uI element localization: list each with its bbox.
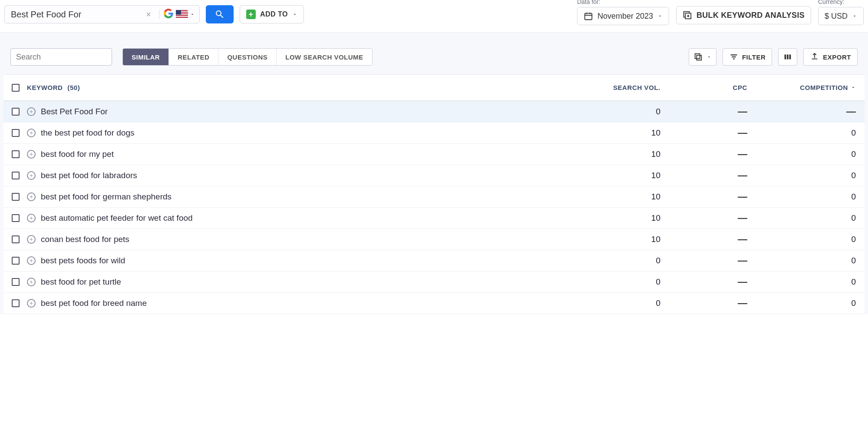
table-header: KEYWORD (50) SEARCH VOL. CPC COMPETITION bbox=[3, 74, 865, 101]
google-icon bbox=[164, 9, 176, 20]
table-row: best food for pet turtle0—0 bbox=[3, 272, 865, 293]
search-vol-cell: 10 bbox=[552, 171, 660, 180]
columns-button[interactable] bbox=[778, 48, 797, 66]
search-vol-cell: 10 bbox=[552, 235, 660, 244]
competition-cell: 0 bbox=[747, 192, 856, 202]
filter-search-wrap bbox=[10, 48, 112, 66]
add-keyword-icon[interactable] bbox=[27, 299, 36, 308]
col-header-competition[interactable]: COMPETITION bbox=[747, 84, 856, 91]
tab-group: SIMILARRELATEDQUESTIONSLOW SEARCH VOLUME bbox=[122, 48, 373, 66]
chevron-down-icon bbox=[852, 13, 857, 19]
date-selector[interactable]: November 2023 bbox=[577, 7, 669, 25]
add-keyword-icon[interactable] bbox=[27, 192, 36, 201]
table-row: best pets foods for wild0—0 bbox=[3, 250, 865, 272]
col-header-searchvol[interactable]: SEARCH VOL. bbox=[552, 84, 660, 91]
svg-rect-9 bbox=[695, 54, 700, 59]
row-checkbox[interactable] bbox=[12, 299, 20, 307]
toolbar: SIMILARRELATEDQUESTIONSLOW SEARCH VOLUME… bbox=[3, 40, 865, 74]
add-keyword-icon[interactable] bbox=[27, 129, 36, 137]
currency-value: $ USD bbox=[825, 12, 848, 21]
row-checkbox[interactable] bbox=[12, 278, 20, 286]
row-checkbox[interactable] bbox=[12, 108, 20, 116]
competition-cell: — bbox=[747, 106, 856, 117]
tab-similar[interactable]: SIMILAR bbox=[123, 49, 169, 65]
search-vol-cell: 0 bbox=[552, 256, 660, 265]
search-vol-cell: 10 bbox=[552, 213, 660, 223]
export-button[interactable]: EXPORT bbox=[803, 48, 858, 66]
cpc-cell: — bbox=[660, 212, 747, 224]
row-checkbox[interactable] bbox=[12, 172, 20, 179]
row-checkbox[interactable] bbox=[12, 214, 20, 222]
table-row: conan best food for pets10—0 bbox=[3, 229, 865, 250]
clear-search-icon[interactable]: × bbox=[146, 10, 151, 20]
keyword-text: conan best food for pets bbox=[41, 235, 129, 244]
filter-button[interactable]: FILTER bbox=[723, 48, 772, 66]
copy-button[interactable] bbox=[689, 48, 716, 66]
filter-label: FILTER bbox=[742, 53, 766, 61]
cpc-cell: — bbox=[660, 127, 747, 139]
data-for-label: Data for: bbox=[577, 0, 669, 5]
bulk-keyword-analysis-button[interactable]: BULK KEYWORD ANALYSIS bbox=[676, 6, 811, 24]
cpc-cell: — bbox=[660, 191, 747, 202]
search-vol-cell: 0 bbox=[552, 298, 660, 308]
row-checkbox[interactable] bbox=[12, 235, 20, 243]
top-right-controls: Data for: November 2023 BULK KEYWORD ANA… bbox=[577, 3, 864, 25]
keyword-text: best food for my pet bbox=[41, 149, 114, 159]
tab-questions[interactable]: QUESTIONS bbox=[218, 49, 277, 65]
add-keyword-icon[interactable] bbox=[27, 150, 36, 159]
content-area: SIMILARRELATEDQUESTIONSLOW SEARCH VOLUME… bbox=[0, 33, 868, 314]
cpc-cell: — bbox=[660, 149, 747, 160]
keyword-text: best pet food for labradors bbox=[41, 171, 137, 180]
cpc-cell: — bbox=[660, 234, 747, 245]
col-header-cpc[interactable]: CPC bbox=[660, 84, 747, 91]
tab-low-search-volume[interactable]: LOW SEARCH VOLUME bbox=[277, 49, 372, 65]
locale-dropdown-icon[interactable] bbox=[190, 12, 195, 17]
svg-rect-15 bbox=[789, 55, 791, 60]
currency-selector[interactable]: $ USD bbox=[818, 7, 864, 25]
filter-search-input[interactable] bbox=[16, 53, 117, 62]
search-vol-cell: 10 bbox=[552, 128, 660, 138]
copy-icon bbox=[693, 52, 703, 62]
cpc-cell: — bbox=[660, 255, 747, 266]
chevron-down-icon bbox=[657, 13, 663, 19]
row-checkbox[interactable] bbox=[12, 129, 20, 137]
search-button[interactable] bbox=[206, 5, 234, 23]
row-checkbox[interactable] bbox=[12, 257, 20, 265]
keyword-table: KEYWORD (50) SEARCH VOL. CPC COMPETITION… bbox=[3, 74, 865, 314]
tab-related[interactable]: RELATED bbox=[169, 49, 218, 65]
competition-cell: 0 bbox=[747, 128, 856, 138]
divider bbox=[159, 10, 159, 19]
add-keyword-icon[interactable] bbox=[27, 171, 36, 180]
add-keyword-icon[interactable] bbox=[27, 214, 36, 222]
cpc-cell: — bbox=[660, 170, 747, 181]
sort-asc-icon bbox=[851, 84, 856, 91]
add-to-label: ADD TO bbox=[260, 10, 288, 18]
export-label: EXPORT bbox=[823, 53, 851, 61]
keyword-text: best pets foods for wild bbox=[41, 256, 125, 265]
search-vol-cell: 10 bbox=[552, 149, 660, 159]
competition-cell: 0 bbox=[747, 298, 856, 308]
col-header-keyword[interactable]: KEYWORD (50) bbox=[24, 84, 552, 91]
search-vol-cell: 0 bbox=[552, 277, 660, 287]
table-row: the best pet food for dogs10—0 bbox=[3, 123, 865, 144]
row-checkbox[interactable] bbox=[12, 193, 20, 201]
keyword-text: best food for pet turtle bbox=[41, 277, 121, 287]
competition-cell: 0 bbox=[747, 256, 856, 265]
keyword-text: best automatic pet feeder for wet cat fo… bbox=[41, 213, 193, 223]
competition-cell: 0 bbox=[747, 235, 856, 244]
add-keyword-icon[interactable] bbox=[27, 278, 36, 286]
select-all-checkbox[interactable] bbox=[12, 84, 20, 92]
add-keyword-icon[interactable] bbox=[27, 107, 36, 116]
competition-cell: 0 bbox=[747, 213, 856, 223]
add-keyword-icon[interactable] bbox=[27, 235, 36, 244]
keyword-text: best pet food for breed name bbox=[41, 298, 147, 308]
table-row: best pet food for german shepherds10—0 bbox=[3, 186, 865, 208]
keyword-search-input[interactable] bbox=[11, 10, 142, 20]
columns-icon bbox=[783, 52, 792, 62]
competition-cell: 0 bbox=[747, 149, 856, 159]
bulk-label: BULK KEYWORD ANALYSIS bbox=[696, 11, 805, 20]
keyword-text: Best Pet Food For bbox=[41, 107, 108, 116]
add-to-button[interactable]: + ADD TO bbox=[240, 5, 304, 23]
row-checkbox[interactable] bbox=[12, 150, 20, 158]
add-keyword-icon[interactable] bbox=[27, 256, 36, 265]
